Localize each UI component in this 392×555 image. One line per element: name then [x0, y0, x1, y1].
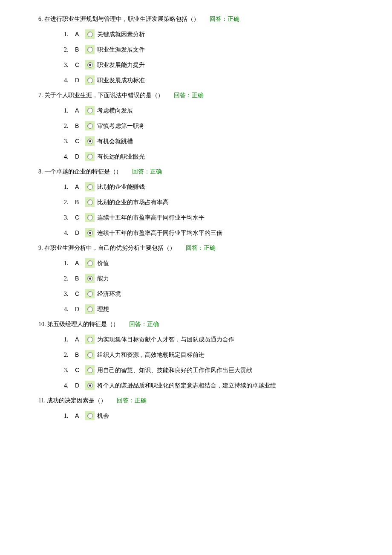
radio-button[interactable]	[85, 121, 95, 130]
question-text: 一个卓越的企业的特征是（）	[44, 168, 122, 175]
feedback-value: 正确	[147, 321, 159, 327]
option-list: 1.A比别的企业能赚钱2.B比别的企业的市场占有率高3.C连续十五年的市盈率高于…	[64, 182, 366, 237]
option-letter: A	[75, 335, 85, 344]
question-number: 8.	[38, 167, 43, 176]
feedback: 回答：正确	[210, 16, 239, 22]
option-item: 1.A比别的企业能赚钱	[64, 182, 366, 191]
feedback-value: 正确	[228, 16, 239, 22]
option-text: 比别的企业能赚钱	[97, 182, 145, 191]
option-item: 4.D有长远的职业眼光	[64, 152, 366, 161]
feedback-label: 回答：	[210, 16, 228, 22]
feedback: 回答：正确	[186, 245, 216, 251]
question-text: 在进行职业生涯规划与管理中，职业生涯发展策略包括（）	[44, 16, 199, 22]
radio-button[interactable]	[85, 350, 95, 359]
option-text: 经济环境	[97, 289, 121, 298]
radio-button[interactable]	[85, 75, 95, 85]
question-line: 10. 第五级经理人的特征是（）回答：正确	[38, 320, 366, 329]
option-text: 组织人力和资源，高效地朝既定目标前进	[97, 350, 205, 359]
radio-button[interactable]	[85, 335, 95, 344]
option-letter: A	[75, 411, 85, 420]
radio-button[interactable]	[85, 182, 95, 191]
radio-circle-icon	[87, 367, 93, 373]
option-item: 1.A为实现集体目标贡献个人才智，与团队成员通力合作	[64, 335, 366, 344]
radio-button[interactable]	[85, 258, 95, 268]
option-text: 将个人的谦逊品质和职业化的坚定意志相结合，建立持续的卓越业绩	[97, 381, 276, 390]
option-letter: A	[75, 182, 85, 191]
question-number: 9.	[38, 243, 43, 252]
option-number: 4.	[64, 76, 73, 85]
feedback-label: 回答：	[117, 397, 135, 404]
radio-circle-icon	[87, 32, 93, 37]
option-number: 4.	[64, 152, 73, 161]
option-item: 4.D连续十五年的市盈率高于同行业平均水平的三倍	[64, 228, 366, 237]
radio-circle-icon	[87, 230, 93, 236]
radio-circle-icon	[87, 154, 93, 159]
question-line: 7. 关于个人职业生涯，下面说法中错误的是（）回答：正确	[38, 91, 366, 100]
radio-button[interactable]	[85, 60, 95, 69]
radio-button[interactable]	[85, 152, 95, 161]
option-number: 2.	[64, 45, 73, 54]
option-text: 职业发展能力提升	[97, 61, 145, 69]
radio-circle-icon	[87, 215, 93, 220]
option-item: 2.B能力	[64, 274, 366, 283]
option-letter: D	[75, 228, 85, 237]
option-letter: D	[75, 305, 85, 314]
radio-circle-icon	[87, 352, 93, 358]
radio-circle-icon	[87, 413, 93, 419]
radio-button[interactable]	[85, 289, 95, 298]
radio-button[interactable]	[85, 45, 95, 54]
option-letter: C	[75, 137, 85, 146]
radio-circle-icon	[87, 291, 93, 297]
radio-circle-icon	[87, 276, 93, 281]
feedback-value: 正确	[135, 397, 147, 404]
option-text: 连续十五年的市盈率高于同行业平均水平的三倍	[97, 228, 222, 237]
question-text: 关于个人职业生涯，下面说法中错误的是（）	[44, 92, 164, 98]
radio-button[interactable]	[85, 304, 95, 314]
option-item: 1.A机会	[64, 411, 366, 420]
option-item: 4.D理想	[64, 304, 366, 314]
option-item: 1.A考虑横向发展	[64, 106, 366, 115]
feedback-label: 回答：	[186, 245, 204, 251]
quiz-container: 6. 在进行职业生涯规划与管理中，职业生涯发展策略包括（）回答：正确1.A关键成…	[38, 14, 366, 420]
option-number: 3.	[64, 61, 73, 69]
radio-button[interactable]	[85, 136, 95, 146]
radio-circle-icon	[87, 108, 93, 113]
option-text: 审慎考虑第一职务	[97, 121, 145, 130]
radio-button[interactable]	[85, 213, 95, 222]
option-number: 3.	[64, 289, 73, 298]
option-letter: C	[75, 213, 85, 222]
option-number: 4.	[64, 228, 73, 237]
radio-button[interactable]	[85, 106, 95, 115]
option-letter: B	[75, 45, 85, 54]
option-number: 1.	[64, 182, 73, 191]
option-letter: B	[75, 198, 85, 207]
option-text: 考虑横向发展	[97, 106, 133, 115]
option-item: 4.D职业发展成功标准	[64, 75, 366, 85]
radio-button[interactable]	[85, 274, 95, 283]
feedback-label: 回答：	[129, 321, 147, 327]
radio-button[interactable]	[85, 197, 95, 207]
question-text: 在职业生涯分析中，自己的优劣分析主要包括（）	[44, 245, 176, 251]
option-number: 4.	[64, 381, 73, 390]
radio-circle-icon	[87, 62, 93, 68]
radio-button[interactable]	[85, 29, 95, 39]
option-list: 1.A价值2.B能力3.C经济环境4.D理想	[64, 258, 366, 314]
question-text: 成功的决定因素是（）	[47, 397, 107, 404]
radio-button[interactable]	[85, 228, 95, 237]
option-letter: D	[75, 381, 85, 390]
option-text: 理想	[97, 305, 109, 314]
radio-button[interactable]	[85, 365, 95, 375]
radio-button[interactable]	[85, 381, 95, 390]
radio-circle-icon	[87, 383, 93, 388]
option-item: 3.C经济环境	[64, 289, 366, 298]
radio-circle-icon	[87, 260, 93, 266]
option-item: 2.B职业生涯发展文件	[64, 45, 366, 54]
option-item: 3.C用自己的智慧、知识、技能和良好的工作作风作出巨大贡献	[64, 365, 366, 375]
option-text: 用自己的智慧、知识、技能和良好的工作作风作出巨大贡献	[97, 366, 252, 375]
option-item: 2.B组织人力和资源，高效地朝既定目标前进	[64, 350, 366, 359]
option-list: 1.A考虑横向发展2.B审慎考虑第一职务3.C有机会就跳槽4.D有长远的职业眼光	[64, 106, 366, 161]
question-number: 11.	[38, 396, 46, 405]
option-item: 2.B审慎考虑第一职务	[64, 121, 366, 130]
radio-button[interactable]	[85, 411, 95, 420]
option-letter: D	[75, 76, 85, 85]
